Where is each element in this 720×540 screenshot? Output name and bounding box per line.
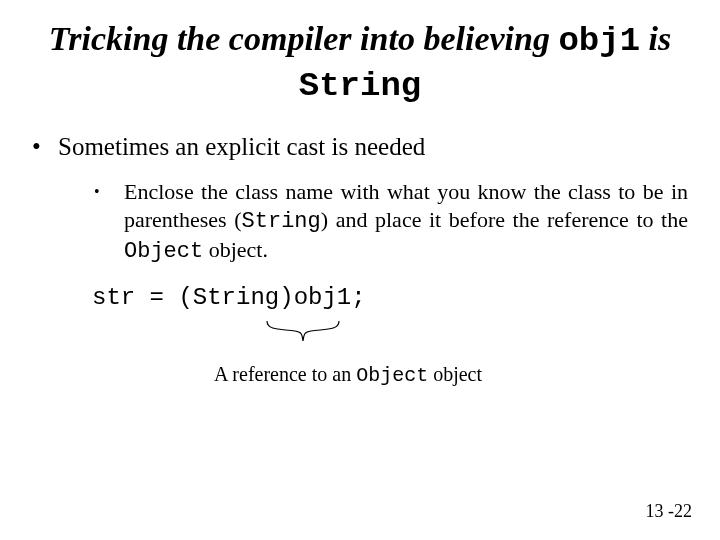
bullet-level-2: • Enclose the class name with what you k… xyxy=(32,178,688,266)
annotation-text-b: object xyxy=(428,363,482,385)
title-part-1: Tricking the compiler into believing xyxy=(49,20,559,57)
slide: Tricking the compiler into believing obj… xyxy=(0,0,720,540)
title-code-1: obj1 xyxy=(558,22,640,60)
title-code-2: String xyxy=(299,67,421,105)
slide-body: • Sometimes an explicit cast is needed •… xyxy=(32,131,688,389)
sub1-code-1: String xyxy=(242,209,321,234)
sub1-text-b: ) and place it before the reference to t… xyxy=(321,207,688,232)
brace-annotation: A reference to an Object object xyxy=(214,361,688,389)
bullet-dot-icon: • xyxy=(94,178,124,266)
code-example: str = (String)obj1; xyxy=(92,282,688,313)
curly-brace-icon xyxy=(265,319,341,347)
bullet-dot-icon: • xyxy=(32,131,58,164)
bullet-level-1-text: Sometimes an explicit cast is needed xyxy=(58,131,425,164)
sub1-code-2: Object xyxy=(124,239,203,264)
sub1-text-c: object. xyxy=(203,237,268,262)
bullet-level-2-text: Enclose the class name with what you kno… xyxy=(124,178,688,266)
annotation-code: Object xyxy=(356,364,428,387)
page-number: 13 -22 xyxy=(646,501,693,522)
title-part-mid: is xyxy=(640,20,671,57)
slide-title: Tricking the compiler into believing obj… xyxy=(32,18,688,107)
curly-brace-callout xyxy=(92,319,688,349)
annotation-text-a: A reference to an xyxy=(214,363,356,385)
bullet-level-1: • Sometimes an explicit cast is needed xyxy=(32,131,688,164)
